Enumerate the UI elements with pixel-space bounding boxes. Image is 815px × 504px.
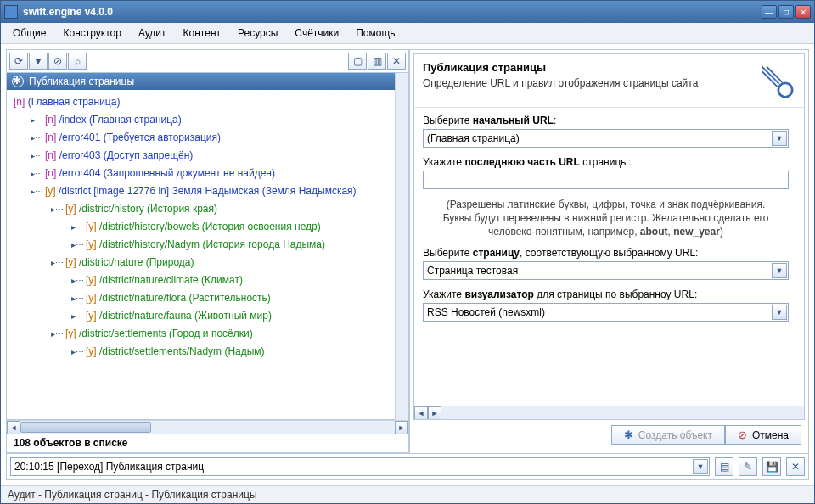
field-start-url-label: Выберите начальный URL: <box>423 115 789 126</box>
start-url-select[interactable]: (Главная страница)▼ <box>423 129 789 148</box>
menubar: ОбщиеКонструкторАудитКонтентРесурсыСчётч… <box>1 23 814 44</box>
vertical-scrollbar[interactable] <box>395 73 408 420</box>
search-icon[interactable]: ⌕ <box>68 53 87 70</box>
maximize-button[interactable]: □ <box>778 5 794 19</box>
publish-icon <box>756 61 795 100</box>
tree-node[interactable]: ▸⋯[n] /error403 (Доступ запрещён) <box>7 147 395 165</box>
action-edit-icon[interactable]: ✎ <box>739 457 757 476</box>
tree-node[interactable]: ▸⋯[y] /district/settlements/Nadym (Надым… <box>7 343 395 361</box>
menu-Контент[interactable]: Контент <box>177 25 228 42</box>
form-panel: Публикация страницы Определение URL и пр… <box>413 53 805 420</box>
view-single-icon[interactable]: ▢ <box>348 53 367 70</box>
scroll-left-icon[interactable]: ◄ <box>414 406 428 420</box>
tree-header: Публикация страницы <box>7 73 395 90</box>
minimize-button[interactable]: — <box>762 5 777 19</box>
app-icon <box>4 5 18 19</box>
close-button[interactable]: ✕ <box>795 5 811 19</box>
page-select[interactable]: Страница тестовая▼ <box>423 261 789 280</box>
scroll-right-icon[interactable]: ► <box>395 421 408 434</box>
menu-Конструктор[interactable]: Конструктор <box>56 25 127 42</box>
field-page-label: Выберите страницу, соответствующую выбра… <box>423 247 789 259</box>
left-toolbar: ⟳ ▼ ⊘ ⌕ ▢ ▥ ✕ <box>7 50 408 73</box>
tree-node[interactable]: ▸⋯[n] /error401 (Требуется авторизация) <box>7 129 395 147</box>
tree[interactable]: [n] (Главная страница)▸⋯[n] /index (Глав… <box>7 90 395 364</box>
tree-node[interactable]: ▸⋯[y] /district/nature (Природа) <box>7 254 395 272</box>
cancel-button[interactable]: ⊘Отмена <box>725 425 801 445</box>
bottom-bar: 20:10:15 [Переход] Публикация страниц ▼ … <box>7 453 808 479</box>
object-count: 108 объектов в списке <box>7 434 408 453</box>
url-part-input[interactable] <box>423 171 789 189</box>
left-panel: ⟳ ▼ ⊘ ⌕ ▢ ▥ ✕ Публикация страницы <box>7 50 410 453</box>
svg-point-0 <box>778 83 793 98</box>
chevron-down-icon[interactable]: ▼ <box>772 305 787 320</box>
menu-Общие[interactable]: Общие <box>6 25 53 42</box>
visualizer-select[interactable]: RSS Новостей (newsxml)▼ <box>423 303 789 322</box>
refresh-icon[interactable]: ⟳ <box>9 53 28 70</box>
right-panel: Публикация страницы Определение URL и пр… <box>410 50 808 453</box>
form-subtitle: Определение URL и правил отображения стр… <box>423 77 748 89</box>
titlebar: swift.engine v4.0.0 — □ ✕ <box>1 1 814 23</box>
statusbar: Аудит - Публикация страниц - Публикация … <box>1 485 814 503</box>
tree-node[interactable]: ▸⋯[y] /district/settlements (Город и пос… <box>7 325 395 343</box>
menu-Счётчики[interactable]: Счётчики <box>288 25 346 42</box>
menu-Помощь[interactable]: Помощь <box>349 25 402 42</box>
asterisk-icon: ✱ <box>624 428 633 441</box>
scroll-right-icon[interactable]: ► <box>428 406 441 420</box>
menu-Ресурсы[interactable]: Ресурсы <box>231 25 284 42</box>
chevron-down-icon[interactable]: ▼ <box>693 459 708 474</box>
form-title: Публикация страницы <box>423 61 748 74</box>
form-horizontal-scrollbar[interactable]: ◄ ► <box>414 406 804 419</box>
filter-icon[interactable]: ▼ <box>29 53 48 70</box>
url-hint: (Разрешены латинские буквы, цифры, точка… <box>423 198 789 238</box>
view-close-icon[interactable]: ✕ <box>387 53 406 70</box>
chevron-down-icon[interactable]: ▼ <box>772 263 787 278</box>
window-title: swift.engine v4.0.0 <box>23 6 762 18</box>
menu-Аудит[interactable]: Аудит <box>132 25 173 42</box>
horizontal-scrollbar[interactable]: ◄ ► <box>7 420 408 434</box>
tree-node[interactable]: ▸⋯[y] /district/nature/flora (Растительн… <box>7 289 395 307</box>
tree-node[interactable]: ▸⋯[n] /index (Главная страница) <box>7 111 395 129</box>
tree-node[interactable]: ▸⋯[y] /district/history/bowels (История … <box>7 218 395 236</box>
chevron-down-icon[interactable]: ▼ <box>772 131 787 146</box>
view-split-icon[interactable]: ▥ <box>368 53 386 70</box>
cancel-icon: ⊘ <box>738 428 747 441</box>
action-save-icon[interactable]: 💾 <box>762 457 781 476</box>
field-visualizer-label: Укажите визуализатор для страницы по выб… <box>423 288 789 300</box>
tree-node[interactable]: ▸⋯[y] /district/nature/climate (Климат) <box>7 272 395 289</box>
tree-node[interactable]: ▸⋯[n] /error404 (Запрошенный документ не… <box>7 165 395 182</box>
scroll-left-icon[interactable]: ◄ <box>7 421 20 434</box>
tree-node[interactable]: ▸⋯[y] /district/nature/fauna (Животный м… <box>7 307 395 325</box>
tree-node[interactable]: ▸⋯[y] /district/history (История края) <box>7 200 395 218</box>
action-delete-icon[interactable]: ✕ <box>786 457 805 476</box>
tree-header-label: Публикация страницы <box>29 76 134 87</box>
status-combo[interactable]: 20:10:15 [Переход] Публикация страниц ▼ <box>10 457 710 476</box>
create-object-button[interactable]: ✱Создать объект <box>611 425 725 445</box>
tree-node[interactable]: ▸⋯[y] /district [image 12776 in] Земля Н… <box>7 182 395 200</box>
action-new-icon[interactable]: ▤ <box>715 457 734 476</box>
gear-icon <box>12 76 24 87</box>
clear-filter-icon[interactable]: ⊘ <box>48 53 67 70</box>
app-window: swift.engine v4.0.0 — □ ✕ ОбщиеКонструкт… <box>0 0 815 504</box>
tree-node[interactable]: ▸⋯[y] /district/history/Nadym (История г… <box>7 236 395 254</box>
tree-node[interactable]: [n] (Главная страница) <box>7 93 395 111</box>
field-url-part-label: Укажите последнюю часть URL страницы: <box>423 156 789 168</box>
